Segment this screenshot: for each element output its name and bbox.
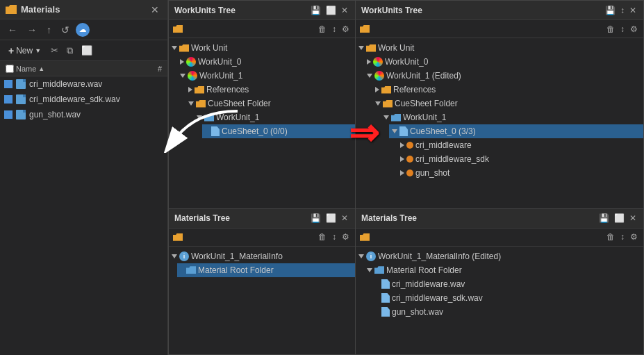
tree-item-workunit1-sub-r[interactable]: WorkUnit_1 <box>381 110 643 124</box>
tree-item-references[interactable]: References <box>185 83 355 97</box>
tree-item-label: WorkUnit_0 <box>198 57 241 67</box>
expand-icon <box>367 59 371 65</box>
name-column-header: Name ▲ <box>6 65 148 73</box>
sort-icon[interactable]: ↕ <box>331 24 338 35</box>
plus-icon: + <box>8 45 14 56</box>
tree-item-materialinfo[interactable]: i WorkUnit_1_MaterialInfo <box>169 249 355 263</box>
tree-item-cuesheet0-r[interactable]: CueSheet_0 (3/3) <box>389 124 643 138</box>
expand-icon <box>172 46 177 50</box>
tree-item-work-unit-r[interactable]: Work Unit <box>356 41 643 55</box>
sort-icon[interactable]: ↕ <box>619 5 626 16</box>
tree-toolbar-icons2: 💾 ⬜ ✕ <box>309 213 349 224</box>
tree-toolbar-icons-r: 💾 ↕ ✕ <box>604 5 638 16</box>
tree-item-workunit0-r[interactable]: WorkUnit_0 <box>364 55 643 69</box>
expand-icon <box>400 156 404 162</box>
trash-icon[interactable]: 🗑 <box>605 231 616 242</box>
list-item[interactable]: cri_middleware_sdk.wav <box>0 92 167 107</box>
file-checkbox-0[interactable] <box>4 80 13 88</box>
tree-item-gun-shot-r[interactable]: gun_shot <box>397 166 643 180</box>
save-icon[interactable]: 💾 <box>597 213 611 224</box>
tree-item-label: gun_shot.wav <box>392 307 443 317</box>
window-icon[interactable]: ⬜ <box>324 5 338 16</box>
tree-item-label: cri_middleware_sdk.wav <box>392 293 483 303</box>
filename-1: cri_middleware_sdk.wav <box>29 94 120 104</box>
tree-item-gun-shot-wav-r[interactable]: gun_shot.wav <box>372 305 643 319</box>
tree-item-cuesheet-folder-r[interactable]: CueSheet Folder <box>372 97 643 110</box>
right-materials-panel: Materials Tree 💾 ⬜ ✕ 🗑 ↕ ⚙ i WorkUnit_1_ <box>356 209 644 355</box>
close-icon[interactable]: ✕ <box>340 213 349 224</box>
scissors-button[interactable]: ✂ <box>48 44 61 57</box>
expand-icon <box>375 101 381 106</box>
tree-item-cri-middleware-r[interactable]: cri_middleware <box>397 138 643 152</box>
copy-button[interactable]: ⧉ <box>64 44 76 58</box>
column-header: Name ▲ # <box>0 61 167 76</box>
gear-icon[interactable]: ⚙ <box>340 231 351 242</box>
trash-icon[interactable]: 🗑 <box>605 24 616 35</box>
doc-icon <box>381 293 390 303</box>
tree-item-workunit1[interactable]: WorkUnit_1 <box>177 69 355 83</box>
tree-item-workunit0[interactable]: WorkUnit_0 <box>177 55 355 69</box>
new-button[interactable]: + New ▼ <box>4 44 45 58</box>
folder-icon <box>381 86 391 94</box>
action-toolbar: + New ▼ ✂ ⧉ ⬜ <box>0 40 167 61</box>
save-icon[interactable]: 💾 <box>309 213 322 224</box>
nav-toolbar: ← → ↑ ↺ ☁ <box>0 19 167 40</box>
select-all-checkbox[interactable] <box>6 65 14 73</box>
tree-toolbar-icons-rm: 💾 ⬜ ✕ <box>597 213 638 224</box>
gear-icon[interactable]: ⚙ <box>629 231 639 242</box>
file-checkbox-2[interactable] <box>4 110 13 119</box>
tree-item-material-root[interactable]: Material Root Folder <box>177 263 355 277</box>
tree-item-work-unit[interactable]: Work Unit <box>169 41 355 55</box>
trash-icon[interactable]: 🗑 <box>317 231 328 242</box>
right-work-units-panel: WorkUnits Tree 💾 ↕ ✕ 🗑 ↕ ⚙ Work Unit <box>356 0 644 209</box>
sort-icon[interactable]: ↕ <box>331 231 338 242</box>
right-work-units-toolbar: 🗑 ↕ ⚙ <box>356 20 643 38</box>
tree-item-materialinfo-r[interactable]: i WorkUnit_1_MaterialInfo (Edited) <box>356 249 643 263</box>
folder-toolbar-icon-r <box>360 25 370 33</box>
close-button[interactable]: ✕ <box>148 3 162 17</box>
wav-icon-0 <box>16 79 26 89</box>
left-materials-title: Materials Tree <box>174 213 230 223</box>
expand-icon <box>392 129 397 133</box>
up-button[interactable]: ↑ <box>43 23 55 37</box>
close-icon[interactable]: ✕ <box>628 213 638 224</box>
folder-icon <box>383 100 393 108</box>
left-work-units-titlebar: WorkUnits Tree 💾 ⬜ ✕ <box>169 1 355 20</box>
tree-item-material-root-r[interactable]: Material Root Folder <box>364 263 643 277</box>
tree-item-label: gun_shot <box>415 168 449 178</box>
window-icon[interactable]: ⬜ <box>324 213 338 224</box>
close-icon[interactable]: ✕ <box>628 5 638 16</box>
expand-icon <box>188 87 192 92</box>
info-icon: i <box>179 251 189 261</box>
sort-icon[interactable]: ↕ <box>619 231 626 242</box>
folder-toolbar-icon-rm <box>360 233 370 241</box>
doc-icon <box>381 279 390 289</box>
tree-item-references-r[interactable]: References <box>372 83 643 97</box>
forward-button[interactable]: → <box>24 23 40 37</box>
trash-icon[interactable]: 🗑 <box>317 24 328 35</box>
window-icon[interactable]: ⬜ <box>613 213 626 224</box>
tree-item-cri-middleware-sdk-r[interactable]: cri_middleware_sdk <box>397 152 643 166</box>
list-item[interactable]: cri_middleware.wav <box>0 76 167 92</box>
right-materials-title: Materials Tree <box>361 213 417 223</box>
list-item[interactable]: gun_shot.wav <box>0 107 167 122</box>
save-icon[interactable]: 💾 <box>309 5 322 16</box>
gear-icon[interactable]: ⚙ <box>340 24 351 35</box>
left-work-units-toolbar: 🗑 ↕ ⚙ <box>169 20 355 38</box>
refresh-button[interactable]: ↺ <box>58 23 73 37</box>
circle-icon <box>406 156 413 163</box>
tree-item-cri-sdk-wav-r[interactable]: cri_middleware_sdk.wav <box>372 291 643 305</box>
close-icon[interactable]: ✕ <box>340 5 349 16</box>
sort-icon[interactable]: ↕ <box>619 24 626 35</box>
filename-2: gun_shot.wav <box>29 110 81 119</box>
tree-item-cri-wav-r[interactable]: cri_middleware.wav <box>372 277 643 291</box>
folder-icon <box>195 86 204 94</box>
file-checkbox-1[interactable] <box>4 95 13 104</box>
tree-toolbar-icons: 💾 ⬜ ✕ <box>309 5 349 16</box>
save-icon[interactable]: 💾 <box>604 5 617 16</box>
paste-button[interactable]: ⬜ <box>79 44 95 57</box>
gear-icon[interactable]: ⚙ <box>629 24 639 35</box>
back-button[interactable]: ← <box>4 23 21 37</box>
tree-item-workunit1-r[interactable]: WorkUnit_1 (Edited) <box>364 69 643 83</box>
folder-icon <box>6 5 17 14</box>
